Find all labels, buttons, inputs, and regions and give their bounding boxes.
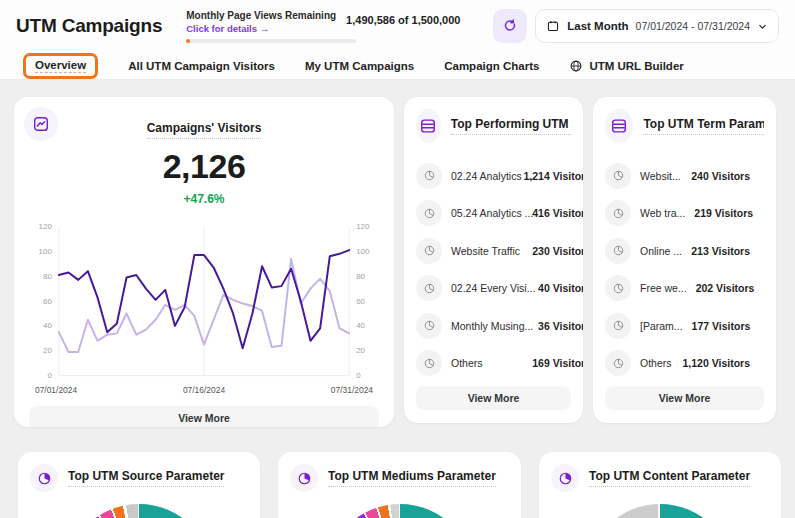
visitors-line-chart: 00202040406060808010010012012007/01/2024… xyxy=(29,216,379,402)
top-source-title: Top UTM Source Parameter xyxy=(68,469,224,487)
top-term-title: Top UTM Term Parameter xyxy=(643,117,764,135)
mediums-donut-chart xyxy=(325,504,475,518)
svg-text:80: 80 xyxy=(356,272,365,281)
pie-glyph-icon xyxy=(612,357,625,370)
list-item: Others 1,120 Visitors xyxy=(605,345,764,383)
source-donut-chart xyxy=(64,504,214,518)
pie-chart-icon xyxy=(297,471,312,486)
pie-glyph-icon xyxy=(612,207,625,220)
page-views-label: Monthly Page Views Remaining xyxy=(186,10,336,21)
list-item: Websit... 240 Visitors xyxy=(605,157,764,195)
visitors-view-more-button[interactable]: View More xyxy=(29,406,379,427)
refresh-button[interactable] xyxy=(493,9,527,43)
svg-text:60: 60 xyxy=(356,297,365,306)
page-views-progress-fill xyxy=(186,39,189,43)
top-campaigns-card: Top Performing UTM Camp... 02.24 Analyti… xyxy=(404,97,583,423)
visitors-change-badge: +47.6% xyxy=(29,192,379,206)
pie-chart-icon xyxy=(37,471,52,486)
list-item: 02.24 Every Visi... 40 Visitors xyxy=(416,270,571,308)
pie-glyph-icon xyxy=(423,357,436,370)
top-source-card: Top UTM Source Parameter xyxy=(18,452,260,518)
list-item: Monthly Musing... 36 Visitors xyxy=(416,307,571,345)
page-views-meter: Monthly Page Views Remaining Click for d… xyxy=(186,10,358,43)
svg-text:40: 40 xyxy=(356,321,365,330)
pie-glyph-icon xyxy=(612,319,625,332)
top-campaigns-view-more-button[interactable]: View More xyxy=(416,386,571,410)
list-item: Website Traffic 230 Visitors xyxy=(416,232,571,270)
trend-icon-bubble xyxy=(24,107,58,141)
list-item: Online ... 213 Visitors xyxy=(605,232,764,270)
pie-glyph-icon xyxy=(612,244,625,257)
top-term-list: Websit... 240 Visitors Web tra... 219 Vi… xyxy=(605,157,764,382)
page-title: UTM Campaigns xyxy=(16,15,162,37)
tab-overview[interactable]: Overview xyxy=(23,53,98,79)
visitors-card-title: Campaigns' Visitors xyxy=(147,121,262,139)
list-item: Web tra... 219 Visitors xyxy=(605,195,764,233)
top-term-card: Top UTM Term Parameter Websit... 240 Vis… xyxy=(593,97,776,423)
visitors-total: 2,126 xyxy=(29,147,379,186)
date-range-picker[interactable]: Last Month 07/01/2024 - 07/31/2024 xyxy=(535,9,779,43)
chevron-down-icon xyxy=(757,21,768,32)
list-icon-bubble xyxy=(605,109,633,143)
svg-text:07/16/2024: 07/16/2024 xyxy=(183,385,226,395)
svg-text:120: 120 xyxy=(356,222,370,231)
refresh-icon xyxy=(502,18,518,34)
pie-chart-icon xyxy=(558,471,573,486)
pie-glyph-icon xyxy=(423,319,436,332)
pie-glyph-icon xyxy=(612,282,625,295)
svg-text:100: 100 xyxy=(356,247,370,256)
pie-glyph-icon xyxy=(423,282,436,295)
svg-text:80: 80 xyxy=(43,272,52,281)
utm-campaigns-dashboard: UTM Campaigns Monthly Page Views Remaini… xyxy=(0,0,795,518)
tab-all-utm-campaign-visitors[interactable]: All UTM Campaign Visitors xyxy=(128,60,275,72)
svg-text:07/01/2024: 07/01/2024 xyxy=(35,385,78,395)
svg-text:20: 20 xyxy=(43,346,52,355)
globe-icon xyxy=(569,59,583,73)
top-term-view-more-button[interactable]: View More xyxy=(605,386,764,410)
list-item: Free we... 202 Visitors xyxy=(605,270,764,308)
svg-text:100: 100 xyxy=(39,247,53,256)
page-views-details-link[interactable]: Click for details → xyxy=(186,23,336,34)
dashboard-content: Campaigns' Visitors 2,126 +47.6% 0020204… xyxy=(0,80,795,518)
top-content-card: Top UTM Content Parameter xyxy=(539,452,781,518)
pie-glyph-icon xyxy=(612,169,625,182)
page-views-progressbar xyxy=(186,39,356,43)
svg-text:20: 20 xyxy=(356,346,365,355)
content-donut-chart xyxy=(585,504,735,518)
pie-glyph-icon xyxy=(423,244,436,257)
calendar-icon xyxy=(546,19,560,33)
top-campaigns-list: 02.24 Analytics ... 1,214 Visitors 05.24… xyxy=(416,157,571,382)
svg-text:120: 120 xyxy=(39,222,53,231)
tab-utm-url-builder[interactable]: UTM URL Builder xyxy=(569,59,683,73)
tab-my-utm-campaigns[interactable]: My UTM Campaigns xyxy=(305,60,414,72)
tab-bar: Overview All UTM Campaign Visitors My UT… xyxy=(16,52,779,79)
pie-icon-bubble xyxy=(551,464,579,492)
svg-text:07/31/2024: 07/31/2024 xyxy=(331,385,374,395)
pie-icon-bubble xyxy=(290,464,318,492)
svg-text:40: 40 xyxy=(43,321,52,330)
database-list-icon xyxy=(419,117,437,135)
database-list-icon xyxy=(610,117,628,135)
list-item: Others 169 Visitors xyxy=(416,345,571,383)
tab-campaign-charts[interactable]: Campaign Charts xyxy=(444,60,539,72)
pie-icon-bubble xyxy=(30,464,58,492)
top-content-title: Top UTM Content Parameter xyxy=(589,469,750,487)
list-item: [Param... 177 Visitors xyxy=(605,307,764,345)
header: UTM Campaigns Monthly Page Views Remaini… xyxy=(0,0,795,80)
svg-text:0: 0 xyxy=(356,371,361,380)
list-icon-bubble xyxy=(416,109,441,143)
top-campaigns-title: Top Performing UTM Camp... xyxy=(451,117,571,135)
list-item: 05.24 Analytics ... 416 Visitors xyxy=(416,195,571,233)
date-preset-label: Last Month xyxy=(567,20,628,32)
trend-chart-icon xyxy=(32,115,50,133)
top-mediums-title: Top UTM Mediums Parameter xyxy=(328,469,496,487)
pie-glyph-icon xyxy=(423,169,436,182)
svg-text:60: 60 xyxy=(43,297,52,306)
pie-glyph-icon xyxy=(423,207,436,220)
list-item: 02.24 Analytics ... 1,214 Visitors xyxy=(416,157,571,195)
page-views-usage: 1,490,586 of 1,500,000 xyxy=(346,14,460,26)
top-mediums-card: Top UTM Mediums Parameter xyxy=(278,452,521,518)
date-range-value: 07/01/2024 - 07/31/2024 xyxy=(636,20,750,32)
campaigns-visitors-card: Campaigns' Visitors 2,126 +47.6% 0020204… xyxy=(14,97,394,427)
svg-text:0: 0 xyxy=(47,371,52,380)
